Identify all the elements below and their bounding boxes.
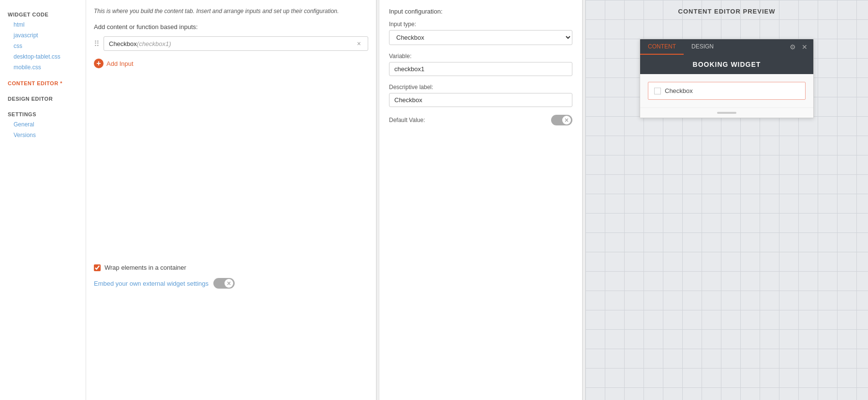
drag-handle-icon[interactable]: ⠿: [94, 39, 100, 48]
variable-group: Variable:: [389, 53, 572, 76]
default-value-toggle[interactable]: [551, 115, 572, 125]
sidebar-section-design-editor[interactable]: DESIGN EDITOR: [0, 92, 86, 104]
embed-row: Embed your own external widget settings: [94, 278, 368, 289]
widget-footer-bar: [717, 112, 736, 114]
left-panel-title: Add content or function based inputs:: [94, 23, 368, 31]
widget-tab-content[interactable]: CONTENT: [640, 39, 684, 55]
widget-checkbox-label: Checkbox: [665, 87, 693, 94]
wrap-elements-checkbox[interactable]: [94, 264, 101, 271]
embed-label: Embed your own external widget settings: [94, 280, 209, 287]
input-field-display[interactable]: Checkbox(checkbox1) ×: [104, 36, 368, 51]
widget-header-icons: ⚙ ✕: [789, 42, 813, 52]
widget-tab-design[interactable]: DESIGN: [684, 39, 721, 55]
variable-input[interactable]: [389, 62, 572, 76]
preview-title: CONTENT EDITOR PREVIEW: [585, 0, 868, 23]
sidebar-item-versions[interactable]: Versions: [0, 130, 86, 140]
input-type-group: Input type: Checkbox Text Number Select …: [389, 21, 572, 45]
add-input-label: Add Input: [106, 60, 134, 67]
widget-gear-button[interactable]: ⚙: [789, 42, 797, 52]
wrap-elements-label: Wrap elements in a container: [105, 264, 186, 271]
input-var: (checkbox1): [137, 40, 171, 47]
right-panel: Input configuration: Input type: Checkbo…: [379, 0, 583, 400]
input-type-select[interactable]: Checkbox Text Number Select Radio Textar…: [389, 30, 572, 45]
main-area: This is where you build the content tab.…: [86, 0, 868, 400]
add-icon: +: [94, 59, 104, 68]
sidebar-item-css[interactable]: css: [0, 41, 86, 51]
sidebar-section-content-editor[interactable]: CONTENT EDITOR *: [0, 77, 86, 88]
preview-area: CONTENT EDITOR PREVIEW CONTENT DESIGN ⚙ …: [585, 0, 868, 400]
input-name: Checkbox: [109, 40, 137, 47]
variable-label: Variable:: [389, 53, 572, 60]
descriptive-label-label: Descriptive label:: [389, 84, 572, 91]
widget-card-header: CONTENT DESIGN ⚙ ✕: [640, 39, 813, 55]
input-type-label: Input type:: [389, 21, 572, 28]
widget-card-footer: [640, 108, 813, 118]
sidebar-item-general[interactable]: General: [0, 119, 86, 130]
embed-toggle[interactable]: [213, 278, 235, 289]
sidebar-section-widget-code: WIDGET CODE: [0, 8, 86, 19]
sidebar-item-javascript[interactable]: javascript: [0, 30, 86, 41]
sidebar-item-desktop-tablet-css[interactable]: desktop-tablet.css: [0, 51, 86, 62]
descriptive-label-group: Descriptive label:: [389, 84, 572, 107]
widget-checkbox[interactable]: [654, 88, 661, 94]
default-value-group: Default Value:: [389, 115, 572, 125]
input-item-row: ⠿ Checkbox(checkbox1) ×: [94, 36, 368, 51]
widget-card-title: BOOKING WIDGET: [640, 55, 813, 74]
sidebar-item-mobile-css[interactable]: mobile.css: [0, 62, 86, 73]
add-input-button[interactable]: + Add Input: [94, 57, 134, 70]
left-panel: This is where you build the content tab.…: [86, 0, 376, 400]
content-area: This is where you build the content tab.…: [86, 0, 868, 400]
sidebar-section-settings: SETTINGS: [0, 108, 86, 119]
sidebar-item-html[interactable]: html: [0, 19, 86, 30]
widget-checkbox-row: Checkbox: [648, 82, 806, 100]
default-value-label: Default Value:: [389, 117, 425, 123]
config-title: Input configuration:: [389, 8, 572, 15]
sidebar: WIDGET CODE html javascript css desktop-…: [0, 0, 86, 400]
remove-input-button[interactable]: ×: [355, 40, 363, 47]
input-field-label: Checkbox(checkbox1): [109, 40, 171, 47]
widget-card-body: Checkbox: [640, 74, 813, 108]
panel-description: This is where you build the content tab.…: [94, 8, 368, 15]
widget-close-button[interactable]: ✕: [801, 42, 808, 52]
wrap-elements-row: Wrap elements in a container: [94, 264, 368, 271]
left-panel-bottom: Wrap elements in a container Embed your …: [94, 254, 368, 289]
widget-card: CONTENT DESIGN ⚙ ✕ BOOKING WIDGET Checkb…: [640, 39, 814, 118]
descriptive-label-input[interactable]: [389, 93, 572, 107]
